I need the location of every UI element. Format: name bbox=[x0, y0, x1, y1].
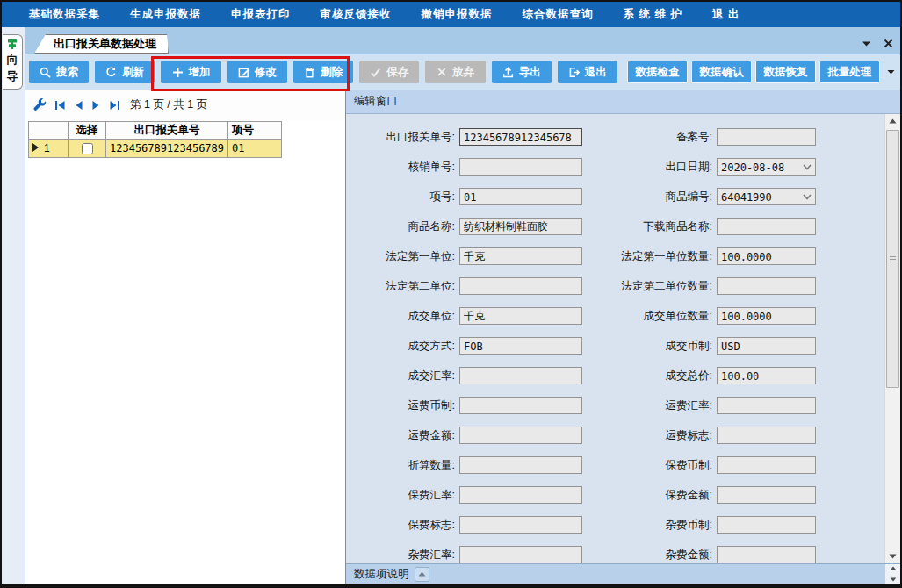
insurance-rate-field[interactable] bbox=[459, 486, 582, 504]
menu-item-audit-feedback[interactable]: 审核反馈接收 bbox=[306, 7, 407, 22]
export-declaration-no-field[interactable] bbox=[459, 128, 582, 146]
pager-text: 第 1 页 / 共 1 页 bbox=[130, 97, 207, 112]
button-label: 搜索 bbox=[56, 65, 78, 80]
field-label: 运费汇率: bbox=[582, 398, 717, 413]
scroll-down-icon[interactable] bbox=[885, 549, 900, 563]
wizard-tab[interactable]: 向 导 bbox=[3, 34, 23, 90]
misc-rate-field[interactable] bbox=[459, 546, 582, 563]
filing-no-field[interactable] bbox=[717, 128, 816, 146]
vertical-scrollbar[interactable] bbox=[884, 114, 900, 563]
commodity-code-combo[interactable] bbox=[717, 188, 816, 205]
form-row: 折算数量: 保费币制: bbox=[346, 450, 884, 480]
freight-rate-field[interactable] bbox=[717, 397, 816, 414]
settings-wrench-icon[interactable] bbox=[32, 98, 47, 112]
abandon-button[interactable]: 放弃 bbox=[425, 61, 485, 83]
last-page-icon[interactable] bbox=[109, 100, 120, 111]
menu-item-data-query[interactable]: 综合数据查询 bbox=[508, 7, 609, 22]
field-label: 杂费汇率: bbox=[346, 548, 459, 563]
modify-button[interactable]: 修改 bbox=[227, 61, 287, 83]
refresh-button[interactable]: 刷新 bbox=[95, 61, 155, 83]
data-item-description-bar[interactable]: 数据项说明 bbox=[346, 563, 900, 584]
misc-amount-field[interactable] bbox=[717, 546, 816, 563]
legal-unit2-field[interactable] bbox=[459, 277, 582, 295]
scroll-up-icon[interactable] bbox=[890, 566, 897, 570]
search-button[interactable]: 搜索 bbox=[29, 61, 89, 83]
declaration-no-cell: 123456789123456789 bbox=[106, 140, 228, 158]
misc-currency-field[interactable] bbox=[717, 516, 816, 534]
item-no-cell: 01 bbox=[228, 140, 282, 158]
converted-qty-field[interactable] bbox=[459, 456, 582, 474]
button-label: 导出 bbox=[519, 65, 541, 80]
save-button[interactable]: 保存 bbox=[359, 61, 419, 83]
first-page-icon[interactable] bbox=[54, 100, 66, 111]
field-label: 保费汇率: bbox=[346, 488, 459, 503]
field-label: 折算数量: bbox=[346, 458, 459, 473]
tab-title: 出口报关单数据处理 bbox=[54, 36, 156, 52]
field-label: 保费金额: bbox=[582, 488, 717, 503]
transaction-total-field[interactable] bbox=[717, 367, 816, 384]
data-confirm-button[interactable]: 数据确认 bbox=[691, 61, 752, 83]
data-check-button[interactable]: 数据检查 bbox=[627, 61, 688, 83]
field-label: 成交方式: bbox=[346, 339, 459, 354]
field-label: 出口报关单号: bbox=[346, 130, 459, 145]
insurance-amount-field[interactable] bbox=[717, 486, 816, 504]
scroll-up-icon[interactable] bbox=[885, 114, 900, 128]
insurance-flag-field[interactable] bbox=[459, 516, 582, 534]
current-row-arrow-icon bbox=[32, 143, 39, 152]
menu-item-basic-data[interactable]: 基础数据采集 bbox=[14, 7, 115, 22]
export-button[interactable]: 导出 bbox=[492, 61, 552, 83]
row-index: 1 bbox=[44, 142, 50, 154]
transaction-mode-field[interactable] bbox=[459, 337, 582, 355]
toolbar: 搜索 刷新 增加 修改 删除 bbox=[25, 54, 900, 90]
button-label: 删除 bbox=[321, 65, 343, 80]
transaction-unit-qty-field[interactable] bbox=[717, 307, 816, 325]
freight-currency-field[interactable] bbox=[459, 397, 582, 414]
downloaded-commodity-name-field[interactable] bbox=[717, 218, 816, 235]
item-no-field[interactable] bbox=[459, 188, 582, 205]
transaction-currency-field[interactable] bbox=[717, 337, 816, 355]
field-label: 商品名称: bbox=[346, 219, 459, 234]
exit-icon bbox=[568, 67, 580, 78]
field-label: 法定第二单位: bbox=[346, 279, 459, 294]
scrollbar-thumb[interactable] bbox=[886, 130, 899, 388]
commodity-name-field[interactable] bbox=[459, 218, 582, 235]
menu-item-generate-declaration[interactable]: 生成申报数据 bbox=[115, 7, 216, 22]
delete-button[interactable]: 删除 bbox=[293, 61, 353, 83]
menu-item-exit[interactable]: 退 出 bbox=[697, 7, 754, 22]
tab-export-declaration[interactable]: 出口报关单数据处理 bbox=[34, 34, 169, 54]
trash-icon bbox=[304, 67, 315, 78]
transaction-unit-field[interactable] bbox=[459, 307, 582, 325]
prev-page-icon[interactable] bbox=[74, 100, 83, 111]
freight-amount-field[interactable] bbox=[459, 427, 582, 444]
batch-process-button[interactable]: 批量处理 bbox=[819, 61, 880, 83]
data-restore-button[interactable]: 数据恢复 bbox=[755, 61, 816, 83]
close-icon[interactable] bbox=[884, 39, 893, 48]
form-row: 运费金额: 运费标志: bbox=[346, 420, 884, 450]
export-icon bbox=[502, 67, 514, 78]
row-select-checkbox[interactable] bbox=[82, 143, 93, 154]
legal-unit1-qty-field[interactable] bbox=[717, 247, 816, 265]
freight-flag-field[interactable] bbox=[717, 427, 816, 444]
refresh-icon bbox=[105, 67, 117, 78]
row-marker-cell: 1 bbox=[29, 140, 69, 158]
edit-pane: 编辑窗口 出口报关单号: 备案号: 核销单号: bbox=[346, 90, 900, 584]
menu-item-cancel-declaration[interactable]: 撤销申报数据 bbox=[407, 7, 508, 22]
export-date-combo[interactable] bbox=[717, 158, 816, 176]
verification-no-field[interactable] bbox=[459, 158, 582, 176]
menu-item-print-forms[interactable]: 申报表打印 bbox=[216, 7, 306, 22]
toolbar-overflow-chevron-icon[interactable] bbox=[887, 69, 895, 75]
table-row[interactable]: 1 123456789123456789 01 bbox=[29, 140, 282, 158]
menu-item-system-maintenance[interactable]: 系 统 维 护 bbox=[609, 7, 697, 22]
add-button[interactable]: 增加 bbox=[161, 61, 220, 83]
legal-unit1-field[interactable] bbox=[459, 247, 582, 265]
scroll-down-icon[interactable] bbox=[890, 577, 897, 582]
transaction-rate-field[interactable] bbox=[459, 367, 582, 384]
chevron-down-icon[interactable] bbox=[862, 40, 871, 47]
exit-button[interactable]: 退出 bbox=[558, 61, 617, 83]
field-label: 法定第一单位: bbox=[346, 249, 459, 264]
form-row: 法定第一单位: 法定第一单位数量: bbox=[346, 241, 884, 271]
legal-unit2-qty-field[interactable] bbox=[717, 277, 816, 295]
collapse-up-icon[interactable] bbox=[415, 567, 429, 582]
next-page-icon[interactable] bbox=[91, 100, 101, 111]
insurance-currency-field[interactable] bbox=[717, 456, 816, 474]
